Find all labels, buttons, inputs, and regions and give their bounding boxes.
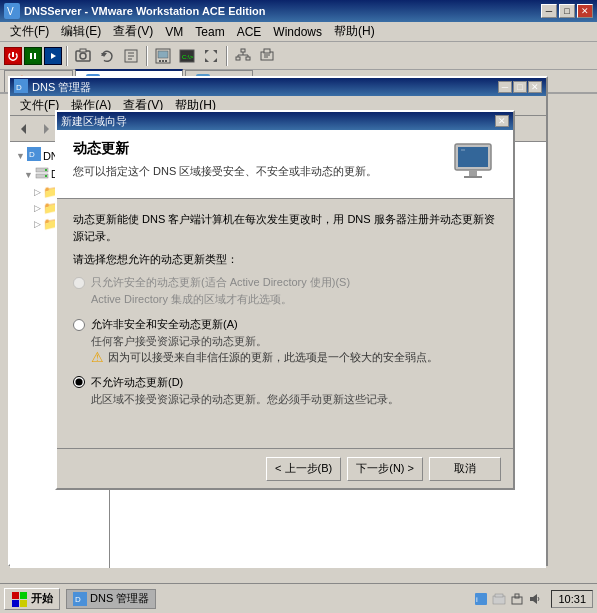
radio-option-none: 不允许动态更新(D) 此区域不接受资源记录的动态更新。您必须手动更新这些记录。 xyxy=(73,375,497,407)
menu-file[interactable]: 文件(F) xyxy=(4,21,55,42)
svg-point-63 xyxy=(45,175,47,177)
svg-marker-46 xyxy=(44,124,49,134)
minimize-button[interactable]: ─ xyxy=(541,4,557,18)
start-button[interactable]: 开始 xyxy=(4,588,60,610)
wizard-header-title: 动态更新 xyxy=(73,140,439,158)
menu-ace[interactable]: ACE xyxy=(231,23,268,41)
svg-rect-66 xyxy=(469,170,477,176)
network-button[interactable] xyxy=(232,45,254,67)
svg-rect-28 xyxy=(241,49,245,52)
server-collapse-icon: ▼ xyxy=(24,170,33,180)
svg-marker-81 xyxy=(530,594,537,604)
menu-bar: 文件(F) 编辑(E) 查看(V) VM Team ACE Windows 帮助… xyxy=(0,22,597,42)
clock: 10:31 xyxy=(551,590,593,608)
wizard-body-subtitle: 请选择您想允许的动态更新类型： xyxy=(73,252,497,267)
svg-rect-71 xyxy=(12,600,19,607)
svg-rect-72 xyxy=(20,600,27,607)
app-icon: V xyxy=(4,3,20,19)
dns-back-button[interactable] xyxy=(14,119,34,139)
sys-tray: i xyxy=(469,591,547,607)
wizard-title-bar: 新建区域向导 ✕ xyxy=(57,112,513,130)
menu-edit[interactable]: 编辑(E) xyxy=(55,21,107,42)
back-button[interactable]: < 上一步(B) xyxy=(266,457,341,481)
wizard-header-text: 动态更新 您可以指定这个 DNS 区域接受安全、不安全或非动态的更新。 xyxy=(73,140,439,179)
radio-none[interactable] xyxy=(73,376,85,388)
svg-rect-29 xyxy=(236,57,240,60)
close-button[interactable]: ✕ xyxy=(577,4,593,18)
radio-row-1: 只允许安全的动态更新(适合 Active Directory 使用)(S) xyxy=(73,275,497,290)
dns-minimize-button[interactable]: ─ xyxy=(498,81,512,93)
forward-expand-icon: ▷ xyxy=(34,187,41,197)
menu-team[interactable]: Team xyxy=(189,23,230,41)
wizard-close-button[interactable]: ✕ xyxy=(495,115,509,127)
svg-text:i: i xyxy=(476,595,478,604)
cancel-button[interactable]: 取消 xyxy=(429,457,501,481)
settings-button[interactable] xyxy=(152,45,174,67)
warning-row: ⚠ 因为可以接受来自非信任源的更新，此选项是一个较大的安全弱点。 xyxy=(91,350,497,365)
console-button[interactable]: C:\> xyxy=(176,45,198,67)
tree-collapse-icon: ▼ xyxy=(16,151,25,161)
fullscreen-button[interactable] xyxy=(200,45,222,67)
radio-sub-none: 此区域不接受资源记录的动态更新。您必须手动更新这些记录。 xyxy=(91,392,497,407)
wizard-header-icon xyxy=(449,140,497,188)
snapshot-manager-button[interactable] xyxy=(120,45,142,67)
svg-rect-30 xyxy=(246,57,250,60)
radio-sub-nonsecure: 任何客户接受资源记录的动态更新。 xyxy=(91,334,497,349)
radio-sub-secure: Active Directory 集成的区域才有此选项。 xyxy=(91,292,497,307)
title-bar: V DNSServer - VMware Workstation ACE Edi… xyxy=(0,0,597,22)
snapshot-button[interactable] xyxy=(72,45,94,67)
dns-maximize-button[interactable]: □ xyxy=(513,81,527,93)
svg-text:C:\>: C:\> xyxy=(182,54,194,60)
wizard-footer: < 上一步(B) 下一步(N) > 取消 xyxy=(57,448,513,488)
radio-label-secure: 只允许安全的动态更新(适合 Active Directory 使用)(S) xyxy=(91,275,350,290)
taskbar-item-dns-label: DNS 管理器 xyxy=(90,591,149,606)
dns-close-button[interactable]: ✕ xyxy=(528,81,542,93)
main-toolbar: C:\> xyxy=(0,42,597,70)
wizard-title-text: 新建区域向导 xyxy=(61,114,495,129)
tray-icon-speaker xyxy=(527,591,543,607)
radio-row-2: 允许非安全和安全动态更新(A) xyxy=(73,317,497,332)
power-button[interactable] xyxy=(4,47,22,65)
svg-rect-36 xyxy=(264,49,270,53)
reset-button[interactable] xyxy=(44,47,62,65)
svg-rect-6 xyxy=(34,53,36,59)
wizard-dialog: 新建区域向导 ✕ 动态更新 您可以指定这个 DNS 区域接受安全、不安全或非动态… xyxy=(55,110,515,490)
radio-option-nonsecure: 允许非安全和安全动态更新(A) 任何客户接受资源记录的动态更新。 ⚠ 因为可以接… xyxy=(73,317,497,364)
svg-rect-19 xyxy=(159,60,161,62)
next-button[interactable]: 下一步(N) > xyxy=(347,457,423,481)
svg-rect-11 xyxy=(80,49,86,52)
radio-option-secure: 只允许安全的动态更新(适合 Active Directory 使用)(S) Ac… xyxy=(73,275,497,307)
tray-icon-1: i xyxy=(473,591,489,607)
share-button[interactable] xyxy=(256,45,278,67)
svg-rect-20 xyxy=(162,60,164,62)
dns-window-title: DNS 管理器 xyxy=(32,80,497,95)
radio-row-3: 不允许动态更新(D) xyxy=(73,375,497,390)
radio-secure[interactable] xyxy=(73,277,85,289)
radio-label-nonsecure: 允许非安全和安全动态更新(A) xyxy=(91,317,238,332)
svg-marker-25 xyxy=(213,50,217,54)
menu-view[interactable]: 查看(V) xyxy=(107,21,159,42)
separator-2 xyxy=(146,46,148,66)
menu-vm[interactable]: VM xyxy=(159,23,189,41)
dns-forward-button[interactable] xyxy=(36,119,56,139)
revert-button[interactable] xyxy=(96,45,118,67)
title-bar-buttons: ─ □ ✕ xyxy=(541,4,593,18)
menu-windows[interactable]: Windows xyxy=(267,23,328,41)
taskbar-item-dns[interactable]: D DNS 管理器 xyxy=(66,589,156,609)
menu-help[interactable]: 帮助(H) xyxy=(328,21,381,42)
radio-nonsecure[interactable] xyxy=(73,319,85,331)
wizard-body-text1: 动态更新能使 DNS 客户端计算机在每次发生更改时，用 DNS 服务器注册并动态… xyxy=(73,211,497,244)
svg-rect-78 xyxy=(495,594,503,597)
svg-rect-69 xyxy=(12,592,19,599)
svg-marker-45 xyxy=(21,124,26,134)
svg-rect-67 xyxy=(464,176,482,178)
title-bar-text: DNSServer - VMware Workstation ACE Editi… xyxy=(24,5,541,17)
svg-rect-4 xyxy=(27,50,39,62)
pause-button[interactable] xyxy=(24,47,42,65)
taskbar-items: D DNS 管理器 xyxy=(66,589,156,609)
svg-text:D: D xyxy=(75,595,81,604)
maximize-button[interactable]: □ xyxy=(559,4,575,18)
svg-point-10 xyxy=(80,53,86,59)
svg-text:D: D xyxy=(29,150,35,159)
svg-rect-5 xyxy=(30,53,32,59)
